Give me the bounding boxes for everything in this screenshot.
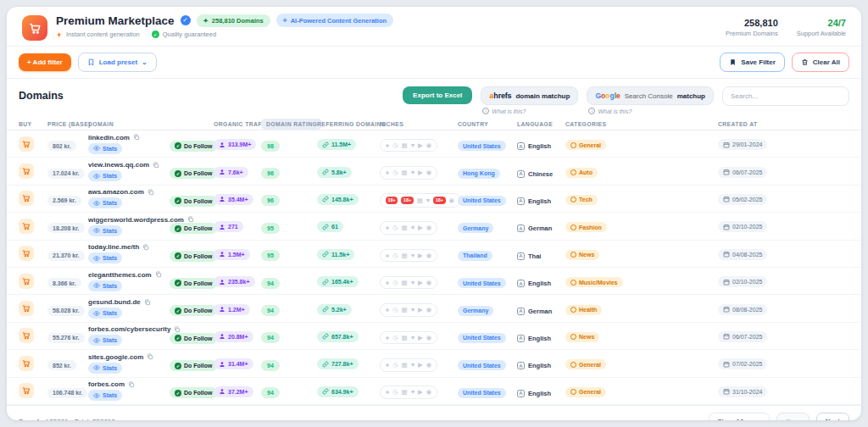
stats-button[interactable]: Stats (88, 363, 122, 374)
ahrefs-matchup-button[interactable]: ahrefs domain matchup (481, 86, 578, 105)
tag-icon (570, 142, 576, 148)
language-label: AEnglish (517, 390, 551, 397)
niche-icon-6: ◉ (426, 280, 432, 286)
stats-button[interactable]: Stats (88, 225, 122, 236)
buy-button[interactable] (19, 328, 34, 343)
cart-icon (22, 194, 31, 202)
instant-content-label: Instant content generation (56, 30, 140, 38)
calendar-icon (723, 279, 730, 286)
buy-button[interactable] (19, 191, 34, 206)
buy-button[interactable] (19, 219, 34, 234)
export-to-excel-button[interactable]: Export to Excel (403, 86, 472, 104)
niche-icon-6: ◉ (426, 225, 432, 231)
niches-group: ♠ ◷ ▦ ♥ ▶ ◉ (380, 303, 437, 317)
price-badge: 106.748 kr. (47, 388, 87, 398)
cart-icon (22, 304, 31, 313)
stats-button[interactable]: Stats (88, 252, 122, 263)
niche-icon-1: ♠ (386, 389, 389, 396)
domain-name[interactable]: view.inews.qq.com (88, 161, 149, 169)
niche-icon-1: ♠ (386, 280, 389, 286)
stats-button[interactable]: Stats (88, 170, 122, 181)
domain-name[interactable]: forbes.com (88, 380, 125, 388)
domain-name[interactable]: today.line.me/th (88, 243, 139, 251)
domain-name[interactable]: linkedin.com (88, 134, 130, 141)
copy-icon[interactable] (153, 162, 159, 169)
col-price: Price (Base) (47, 121, 88, 127)
stats-button[interactable]: Stats (88, 143, 122, 154)
copy-icon[interactable] (155, 271, 162, 278)
copy-icon[interactable] (144, 299, 151, 306)
domain-name[interactable]: forbes.com/cybersecurity (88, 325, 170, 333)
niche-icon-3: ▦ (402, 389, 408, 396)
calendar-icon (723, 388, 730, 395)
gsc-what-is-this-link[interactable]: iWhat is this? (588, 108, 632, 114)
stats-button[interactable]: Stats (88, 390, 122, 401)
niche-icon-1: ♠ (386, 169, 389, 176)
buy-button[interactable] (19, 136, 34, 152)
niche-icon-2: ◷ (392, 362, 398, 369)
cart-icon (22, 167, 31, 175)
niche-icon-4: ♥ (411, 389, 415, 396)
buy-button[interactable] (19, 164, 34, 179)
copy-icon[interactable] (147, 189, 154, 196)
tag-icon (570, 307, 576, 313)
support-stat: 24/7 Support Available (797, 18, 846, 37)
country-badge: United States (458, 360, 506, 370)
domains-table-body: 802 kr. linkedin.com Stats ✓Do Follow 31… (7, 130, 861, 405)
save-filter-button[interactable]: Save Filter (720, 53, 784, 72)
table-row: 21.370 kr. today.line.me/th Stats ✓Do Fo… (7, 241, 861, 268)
user-icon (219, 279, 225, 286)
table-row: 2.569 kr. aws.amazon.com Stats ✓Do Follo… (7, 186, 861, 213)
eye-icon (93, 173, 100, 180)
next-page-button[interactable]: Next (816, 413, 849, 420)
search-input[interactable] (722, 86, 849, 106)
language-label: AGerman (517, 225, 552, 232)
price-badge: 802 kr. (47, 141, 76, 151)
country-badge: Thailand (458, 251, 492, 261)
referring-domains-badge: 5.2k+ (317, 304, 352, 315)
buy-button[interactable] (19, 383, 34, 398)
buy-button[interactable] (19, 246, 34, 261)
organic-traffic-badge: 313.9M+ (214, 139, 256, 150)
price-badge: 21.370 kr. (47, 251, 85, 261)
bookmark-outline-icon (87, 58, 95, 66)
created-at-badge: 31/10-2024 (718, 386, 767, 397)
copy-icon[interactable] (147, 353, 153, 360)
translate-icon: A (517, 197, 525, 205)
prev-page-button[interactable]: Prev (776, 413, 809, 420)
google-search-console-matchup-button[interactable]: Google Search Console matchup (587, 86, 714, 105)
copy-icon[interactable] (142, 244, 149, 251)
copy-icon[interactable] (133, 134, 140, 141)
show-per-page-select[interactable]: Show 10⌄ (709, 413, 770, 420)
referring-domains-badge: 634.9k+ (317, 386, 359, 397)
stats-button[interactable]: Stats (88, 280, 122, 291)
niche-icon-1: 18+ (386, 197, 398, 205)
check-icon: ✓ (175, 142, 181, 149)
niche-icon-4: ♥ (411, 252, 415, 259)
buy-button[interactable] (19, 274, 34, 289)
load-preset-button[interactable]: Load preset ⌄ (78, 53, 157, 72)
trash-icon (801, 58, 809, 66)
user-icon (219, 196, 225, 202)
check-icon: ✓ (175, 197, 181, 204)
user-icon (219, 224, 225, 230)
tag-icon (570, 225, 576, 230)
domain-name[interactable]: elegantthemes.com (88, 271, 152, 279)
ahrefs-what-is-this-link[interactable]: iWhat is this? (482, 108, 526, 114)
domain-name[interactable]: gesund.bund.de (88, 298, 141, 306)
clear-all-button[interactable]: Clear All (792, 53, 849, 72)
niche-icon-1: ♠ (386, 225, 389, 231)
buy-button[interactable] (19, 301, 34, 316)
domain-name[interactable]: sites.google.com (88, 353, 143, 361)
stats-button[interactable]: Stats (88, 335, 122, 346)
stats-button[interactable]: Stats (88, 308, 122, 319)
stats-button[interactable]: Stats (88, 197, 122, 208)
add-filter-button[interactable]: + Add filter (19, 53, 71, 71)
domain-name[interactable]: aws.amazon.com (88, 188, 144, 196)
copy-icon[interactable] (128, 381, 135, 388)
col-domain-rating[interactable]: Domain Rating (261, 119, 322, 130)
table-row: 106.748 kr. forbes.com Stats ✓Do Follow … (7, 378, 861, 405)
calendar-icon (723, 251, 730, 258)
buy-button[interactable] (19, 356, 34, 371)
language-label: AEnglish (517, 280, 551, 287)
